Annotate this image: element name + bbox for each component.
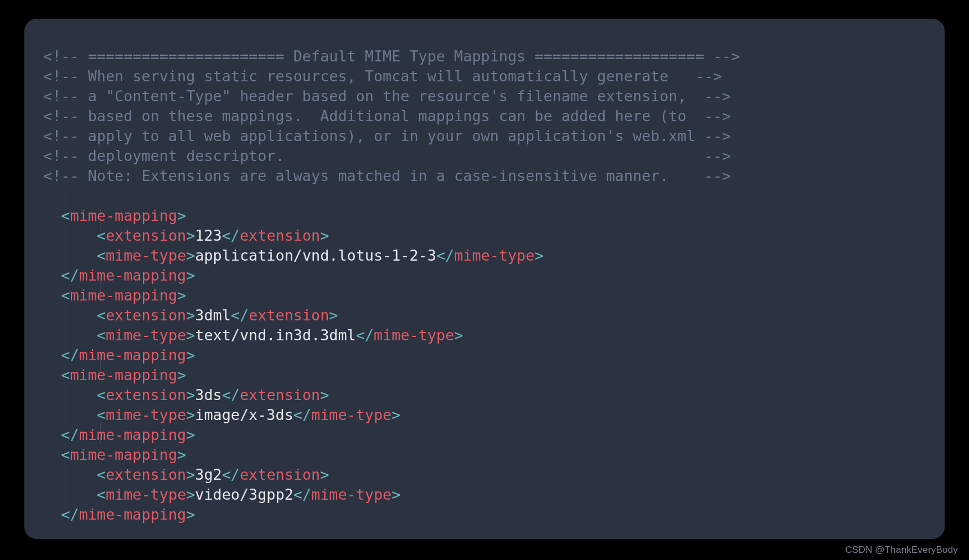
- close-bracket: >: [186, 247, 195, 264]
- code-frame: <!-- ====================== Default MIME…: [24, 19, 945, 539]
- open-bracket: <: [97, 486, 106, 503]
- open-bracket: <: [97, 307, 106, 324]
- close-bracket: >: [186, 486, 195, 503]
- tag-mime-mapping: mime-mapping: [70, 366, 177, 383]
- close-bracket: >: [186, 506, 195, 523]
- open-bracket: <: [97, 326, 106, 344]
- close-bracket: >: [186, 307, 195, 324]
- open-bracket: <: [61, 287, 70, 304]
- tag-mime-mapping: mime-mapping: [79, 267, 187, 284]
- tag-extension: extension: [106, 386, 186, 403]
- comment-line: <!-- deployment descriptor. -->: [43, 147, 731, 164]
- watermark-text: CSDN @ThankEveryBody: [845, 545, 958, 556]
- close-bracket: >: [320, 227, 329, 244]
- tag-mime-type: mime-type: [106, 326, 186, 344]
- open-bracket: <: [97, 466, 106, 483]
- close-bracket: >: [454, 326, 463, 344]
- close-bracket: >: [186, 267, 195, 284]
- mime-type-value: image/x-3ds: [195, 406, 293, 423]
- tag-mime-type: mime-type: [454, 247, 534, 264]
- tag-mime-mapping: mime-mapping: [79, 426, 187, 443]
- open-bracket: <: [61, 366, 70, 383]
- mime-type-value: text/vnd.in3d.3dml: [195, 326, 355, 344]
- comment-line: <!-- ====================== Default MIME…: [43, 48, 740, 65]
- open-end-bracket: </: [222, 466, 240, 483]
- open-bracket: <: [61, 446, 70, 463]
- tag-mime-mapping: mime-mapping: [79, 506, 187, 523]
- close-bracket: >: [186, 466, 195, 483]
- tag-mime-type: mime-type: [311, 486, 391, 503]
- tag-extension: extension: [240, 466, 320, 483]
- open-bracket: <: [97, 227, 106, 244]
- open-end-bracket: </: [61, 346, 79, 364]
- tag-mime-mapping: mime-mapping: [70, 207, 177, 224]
- close-bracket: >: [177, 366, 186, 383]
- open-end-bracket: </: [231, 307, 249, 324]
- open-bracket: <: [97, 386, 106, 403]
- open-end-bracket: </: [436, 247, 454, 264]
- comment-line: <!-- Note: Extensions are always matched…: [43, 167, 731, 184]
- tag-mime-mapping: mime-mapping: [70, 446, 177, 463]
- close-bracket: >: [186, 346, 195, 364]
- open-end-bracket: </: [61, 506, 79, 523]
- mime-type-value: video/3gpp2: [195, 486, 293, 503]
- open-end-bracket: </: [356, 326, 374, 344]
- extension-value: 3ds: [195, 386, 221, 403]
- tag-mime-type: mime-type: [311, 406, 391, 423]
- comment-line: <!-- a "Content-Type" header based on th…: [43, 87, 731, 105]
- close-bracket: >: [186, 426, 195, 443]
- open-bracket: <: [97, 247, 106, 264]
- close-bracket: >: [329, 307, 338, 324]
- tag-mime-mapping: mime-mapping: [79, 346, 187, 364]
- close-bracket: >: [186, 227, 195, 244]
- tag-mime-type: mime-type: [106, 247, 186, 264]
- close-bracket: >: [177, 446, 186, 463]
- close-bracket: >: [391, 406, 400, 423]
- open-bracket: <: [61, 207, 70, 224]
- extension-value: 123: [195, 227, 221, 244]
- open-end-bracket: </: [293, 486, 311, 503]
- close-bracket: >: [177, 287, 186, 304]
- tag-extension: extension: [240, 386, 320, 403]
- close-bracket: >: [186, 326, 195, 344]
- close-bracket: >: [320, 466, 329, 483]
- extension-value: 3dml: [195, 307, 231, 324]
- open-end-bracket: </: [293, 406, 311, 423]
- close-bracket: >: [177, 207, 186, 224]
- tag-mime-type: mime-type: [106, 406, 186, 423]
- code-block: <!-- ====================== Default MIME…: [43, 27, 740, 525]
- tag-extension: extension: [249, 307, 329, 324]
- extension-value: 3g2: [195, 466, 221, 483]
- tag-extension: extension: [106, 227, 186, 244]
- tag-extension: extension: [106, 307, 186, 324]
- close-bracket: >: [186, 406, 195, 423]
- tag-extension: extension: [106, 466, 186, 483]
- open-bracket: <: [97, 406, 106, 423]
- close-bracket: >: [391, 486, 400, 503]
- open-end-bracket: </: [61, 426, 79, 443]
- mime-type-value: application/vnd.lotus-1-2-3: [195, 247, 436, 264]
- tag-mime-mapping: mime-mapping: [70, 287, 177, 304]
- close-bracket: >: [320, 386, 329, 403]
- tag-mime-type: mime-type: [106, 486, 186, 503]
- open-end-bracket: </: [222, 386, 240, 403]
- close-bracket: >: [534, 247, 543, 264]
- open-end-bracket: </: [222, 227, 240, 244]
- comment-line: <!-- apply to all web applications), or …: [43, 127, 731, 144]
- open-end-bracket: </: [61, 267, 79, 284]
- comment-line: <!-- When serving static resources, Tomc…: [43, 68, 722, 85]
- tag-mime-type: mime-type: [374, 326, 454, 344]
- comment-line: <!-- based on these mappings. Additional…: [43, 107, 731, 125]
- tag-extension: extension: [240, 227, 320, 244]
- close-bracket: >: [186, 386, 195, 403]
